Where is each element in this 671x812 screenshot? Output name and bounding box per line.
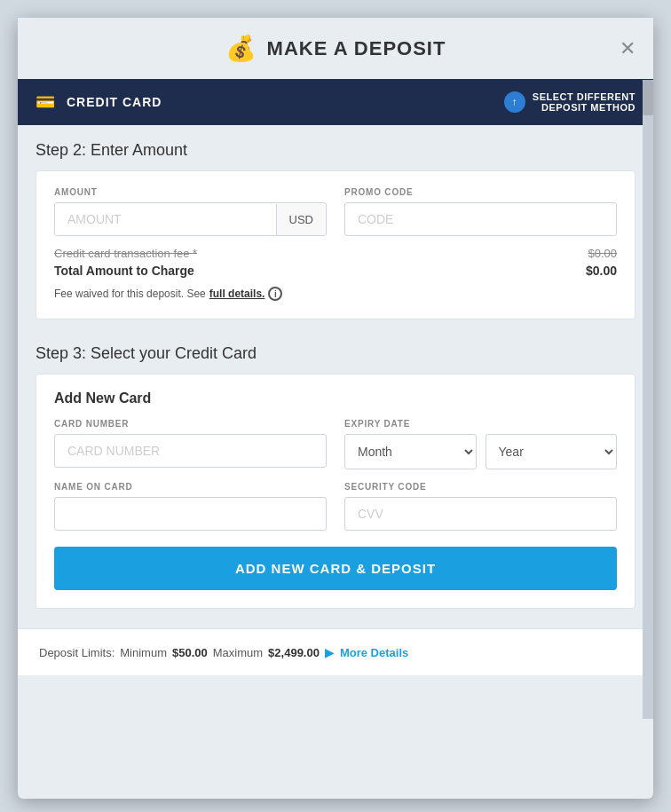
name-security-row: NAME ON CARD SECURITY CODE	[54, 482, 617, 531]
info-icon[interactable]: i	[268, 287, 282, 301]
card-number-input[interactable]	[54, 434, 327, 468]
fee-note-text: Fee waived for this deposit. See	[54, 288, 206, 300]
main-area: Step 2: Enter Amount AMOUNT USD PROMO CO…	[18, 125, 653, 627]
total-label: Total Amount to Charge	[54, 264, 194, 278]
name-group: NAME ON CARD	[54, 482, 327, 531]
name-label: NAME ON CARD	[54, 482, 327, 492]
fee-row: Credit card transaction fee * $0.00	[54, 247, 617, 260]
limits-max-label: Maximum	[213, 646, 263, 659]
limits-max-value: $2,499.00	[268, 646, 320, 659]
year-select[interactable]: Year 2024 2025 2026 2027 2028 2029 2030 …	[485, 434, 618, 469]
card-expiry-row: CARD NUMBER EXPIRY DATE Month January Fe…	[54, 419, 617, 469]
name-input[interactable]	[54, 497, 327, 531]
step2-title: Step 2: Enter Amount	[36, 125, 635, 170]
cvv-input[interactable]	[344, 497, 617, 531]
select-method-label: SELECT DIFFERENT DEPOSIT METHOD	[533, 91, 635, 113]
promo-label: PROMO CODE	[344, 187, 617, 197]
step3-title: Step 3: Select your Credit Card	[36, 328, 635, 374]
payment-method-label: 💳 CREDIT CARD	[36, 92, 162, 112]
add-card-button[interactable]: ADD NEW CARD & DEPOSIT	[54, 547, 617, 590]
expiry-group: EXPIRY DATE Month January February March…	[344, 419, 617, 469]
step2-form: AMOUNT USD PROMO CODE Credit card transa…	[36, 170, 635, 319]
fee-label: Credit card transaction fee *	[54, 247, 197, 260]
month-select[interactable]: Month January February March April May J…	[344, 434, 477, 469]
deposit-modal: 💰 MAKE A DEPOSIT ✕ 💳 CREDIT CARD ↑ SELEC…	[18, 18, 653, 799]
payment-method-text: CREDIT CARD	[67, 95, 162, 109]
security-group: SECURITY CODE	[344, 482, 617, 531]
amount-label: AMOUNT	[54, 187, 327, 197]
modal-title: MAKE A DEPOSIT	[267, 37, 446, 60]
fee-note: Fee waived for this deposit. See full de…	[54, 287, 617, 301]
limits-min-value: $50.00	[172, 646, 208, 659]
amount-wrapper: USD	[54, 202, 327, 236]
amount-group: AMOUNT USD	[54, 187, 327, 236]
fee-note-link[interactable]: full details.	[209, 288, 265, 300]
expiry-selects: Month January February March April May J…	[344, 434, 617, 469]
amount-input[interactable]	[55, 203, 276, 235]
modal-title-area: 💰 MAKE A DEPOSIT	[225, 34, 446, 63]
promo-input[interactable]	[344, 202, 617, 236]
card-number-label: CARD NUMBER	[54, 419, 327, 429]
close-button[interactable]: ✕	[620, 37, 635, 60]
limits-arrow-icon: ▶	[325, 645, 335, 659]
deposit-limits: Deposit Limits: Minimum $50.00 Maximum $…	[18, 628, 653, 675]
limits-label: Deposit Limits:	[39, 646, 114, 659]
expiry-label: EXPIRY DATE	[344, 419, 617, 429]
total-row: Total Amount to Charge $0.00	[54, 264, 617, 278]
more-details-link[interactable]: More Details	[340, 646, 408, 659]
card-number-group: CARD NUMBER	[54, 419, 327, 469]
amount-promo-row: AMOUNT USD PROMO CODE	[54, 187, 617, 236]
currency-label: USD	[276, 204, 326, 235]
scrollbar-thumb[interactable]	[643, 80, 653, 115]
deposit-icon: 💰	[225, 34, 257, 63]
promo-group: PROMO CODE	[344, 187, 617, 236]
security-label: SECURITY CODE	[344, 482, 617, 492]
credit-card-icon: 💳	[36, 92, 56, 112]
select-method-button[interactable]: ↑ SELECT DIFFERENT DEPOSIT METHOD	[504, 91, 635, 113]
total-value: $0.00	[586, 264, 617, 278]
arrow-up-icon: ↑	[504, 91, 525, 113]
add-card-title: Add New Card	[54, 390, 617, 406]
fee-value: $0.00	[588, 247, 617, 260]
limits-min-label: Minimum	[120, 646, 167, 659]
scrollbar-track[interactable]	[643, 80, 653, 719]
payment-method-header: 💳 CREDIT CARD ↑ SELECT DIFFERENT DEPOSIT…	[18, 79, 653, 125]
modal-header: 💰 MAKE A DEPOSIT ✕	[18, 18, 653, 79]
step3-form: Add New Card CARD NUMBER EXPIRY DATE Mon…	[36, 374, 635, 609]
